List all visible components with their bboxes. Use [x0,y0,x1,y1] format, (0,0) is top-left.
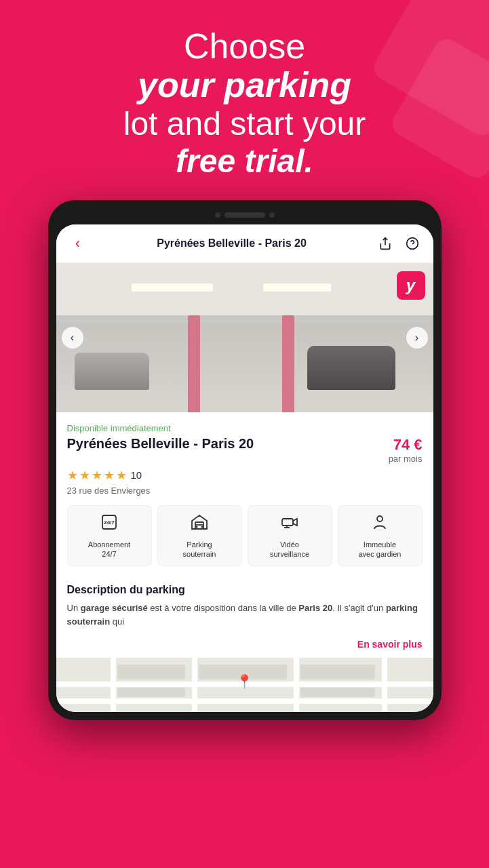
parking-interior [56,263,433,412]
notch-sensor [269,212,275,218]
rating-row: ★ ★ ★ ★ ★ 10 [67,468,423,483]
price-block: 74 € par mois [389,436,423,464]
parking-address: 23 rue des Envierges [67,486,423,496]
hero-line4: free trial. [27,144,462,180]
title-price-row: Pyrénées Belleville - Paris 20 74 € par … [67,436,423,464]
camera-surveillance-icon [280,513,299,536]
ceiling [56,263,433,315]
rating-count: 10 [131,469,142,481]
stars-display: ★ ★ ★ ★ ★ [67,468,127,483]
parked-car-1 [75,353,149,390]
phone-mockup: ‹ Pyrénées Belleville - Paris 20 [0,200,489,721]
parking-photo: y ‹ › [56,263,433,412]
feature-abonnement: 24/7 Abonnement24/7 [67,505,152,567]
description-text: Un garage sécurisé est à votre dispositi… [67,601,423,628]
svg-rect-6 [282,519,293,526]
map-grid: 📍 [56,658,433,712]
light-2 [263,283,331,292]
map-road-v1 [111,658,116,712]
star-1: ★ [67,468,78,483]
feature-souterrain-label: Parkingsouterrain [183,540,216,559]
map-block-1 [117,665,185,679]
features-row: 24/7 Abonnement24/7 [67,505,423,567]
clock-24-icon: 24/7 [100,513,119,536]
feature-video-label: Vidéosurveillance [270,540,309,559]
svg-point-4 [196,526,198,528]
pillar-1 [188,315,200,412]
help-icon [406,237,419,250]
phone-notch [56,208,433,224]
map-preview[interactable]: 📍 [56,658,433,712]
parking-info-section: Disponible immédiatement Pyrénées Bellev… [56,412,433,585]
app-logo-badge: y [397,271,425,300]
image-next-button[interactable]: › [406,327,428,349]
image-prev-button[interactable]: ‹ [62,327,83,349]
svg-point-9 [377,516,383,521]
star-4: ★ [104,468,115,483]
description-title: Description du parking [67,584,423,596]
map-location-pin: 📍 [236,674,253,690]
feature-souterrain: Parkingsouterrain [157,505,242,567]
phone-frame: ‹ Pyrénées Belleville - Paris 20 [48,200,442,721]
map-block-4 [300,665,375,679]
price-amount: 74 € [393,436,423,453]
feature-abonnement-label: Abonnement24/7 [88,540,130,559]
price-unit: par mois [389,454,423,464]
map-road-v2 [192,658,197,712]
feature-gardien-label: Immeubleavec gardien [359,540,402,559]
map-block-2 [117,688,185,697]
light-1 [132,283,213,292]
feature-video: Vidéosurveillance [248,505,332,567]
phone-screen: ‹ Pyrénées Belleville - Paris 20 [56,224,433,713]
description-section: Description du parking Un garage sécuris… [56,584,433,636]
app-header: ‹ Pyrénées Belleville - Paris 20 [56,224,433,263]
svg-text:24/7: 24/7 [104,519,115,526]
feature-gardien: Immeubleavec gardien [338,505,423,567]
person-guardian-icon [370,513,389,536]
notch-camera [215,212,220,218]
header-title: Pyrénées Belleville - Paris 20 [89,237,375,250]
notch-speaker [224,212,265,218]
parking-name: Pyrénées Belleville - Paris 20 [67,436,389,452]
read-more-row: En savoir plus [56,636,433,658]
available-badge: Disponible immédiatement [67,423,423,433]
map-block-5 [300,688,375,697]
pillar-2 [282,315,294,412]
svg-rect-3 [195,522,203,529]
help-button[interactable] [402,233,423,254]
star-2: ★ [79,468,90,483]
svg-point-5 [201,526,203,528]
header-icons-group [375,233,423,254]
star-5: ★ [116,468,127,483]
car-garage-icon [190,513,209,536]
star-3: ★ [92,468,102,483]
back-button[interactable]: ‹ [67,233,89,254]
share-icon [378,237,392,250]
read-more-button[interactable]: En savoir plus [357,639,423,650]
share-button[interactable] [375,233,395,254]
map-road-v4 [382,658,387,712]
parked-car-2 [307,346,395,390]
map-road-v3 [294,658,299,712]
